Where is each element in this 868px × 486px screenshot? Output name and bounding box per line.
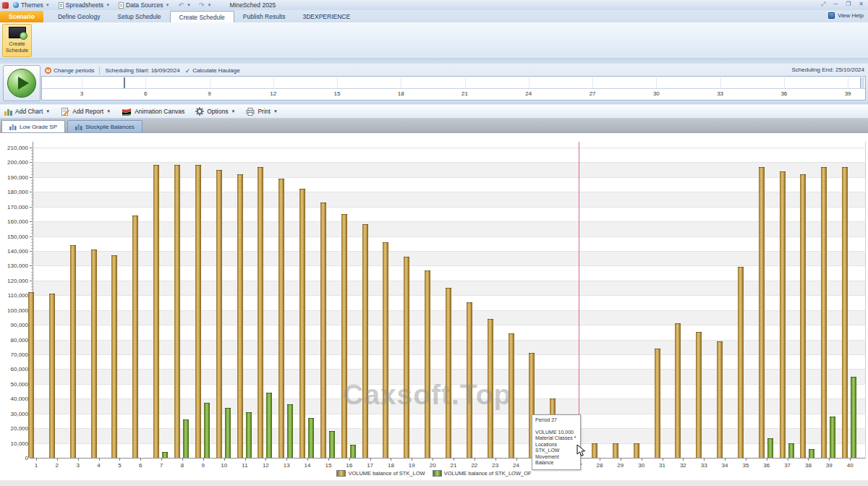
bar-period-7-green[interactable] [162,452,168,458]
y-axis-tick [30,207,33,208]
run-schedule-button[interactable] [3,65,41,101]
bar-period-40-green[interactable] [851,377,856,458]
x-axis-tick [370,458,371,461]
chevron-down-icon: ▼ [106,109,111,114]
bar-period-35-tan[interactable] [738,267,744,458]
bar-period-5-tan[interactable] [111,255,117,458]
themes-menu[interactable]: Themes ▼ [13,1,50,9]
bar-period-3-tan[interactable] [70,245,76,458]
calculate-haulage-checkbox[interactable]: ✓ [185,67,191,74]
bar-period-40-tan[interactable] [842,167,848,458]
y-axis-minor-tick [31,216,33,216]
timeline-gridline [529,77,529,88]
bar-period-28-tan[interactable] [592,443,597,458]
bar-period-9-tan[interactable] [195,165,201,458]
bar-period-19-tan[interactable] [404,257,409,458]
spreadsheets-menu[interactable]: Spreadsheets ▼ [59,1,110,9]
bar-period-32-tan[interactable] [675,323,681,458]
bar-period-39-tan[interactable] [821,167,827,458]
bar-period-39-green[interactable] [830,417,835,458]
bar-period-20-tan[interactable] [425,270,430,458]
bar-period-16-tan[interactable] [341,214,347,458]
bar-period-12-green[interactable] [266,393,272,458]
add-chart-button[interactable]: Add Chart ▼ [4,108,50,116]
bar-period-38-green[interactable] [809,449,814,458]
bar-period-4-tan[interactable] [91,250,97,458]
bar-period-21-tan[interactable] [446,288,451,458]
create-schedule-button[interactable]: Create Schedule [2,24,32,57]
y-axis-minor-tick [31,245,33,246]
options-button[interactable]: Options ▼ [195,107,235,116]
bar-period-37-green[interactable] [788,443,794,458]
x-axis-tick [642,458,642,461]
customize-icon[interactable]: ⤢ [821,1,825,8]
tab-low-grade-sp[interactable]: Low Grade SP [1,120,65,132]
bar-period-36-tan[interactable] [759,167,765,458]
clock-icon [45,67,51,74]
close-icon[interactable]: ✕ [859,1,864,8]
bar-period-1-tan[interactable] [28,292,34,458]
tab-stockpile-balances[interactable]: Stockpile Balances [67,120,142,132]
restore-icon[interactable]: ❐ [846,1,851,8]
y-axis-minor-tick [31,183,33,184]
ribbon-tab-setup-schedule[interactable]: Setup Schedule [109,11,170,22]
options-label: Options [207,108,228,115]
bar-period-36-green[interactable] [767,438,773,458]
x-axis-tick-label: 14 [300,462,315,469]
x-axis-tick [495,458,496,461]
bar-period-15-green[interactable] [329,431,335,458]
bar-period-10-green[interactable] [225,408,231,458]
bar-period-14-green[interactable] [308,418,314,458]
view-help-button[interactable]: View Help [828,12,864,19]
bar-period-14-tan[interactable] [299,189,305,458]
bar-period-11-green[interactable] [246,412,252,458]
bar-period-12-tan[interactable] [258,167,263,458]
bar-period-6-tan[interactable] [132,216,138,458]
bar-period-11-tan[interactable] [237,174,243,458]
bar-period-8-green[interactable] [183,419,189,458]
bar-period-2-tan[interactable] [49,294,55,458]
bar-period-13-green[interactable] [287,404,293,458]
period-timeline[interactable]: 36912151821242730333639 [41,76,866,101]
y-axis-minor-tick [31,242,33,243]
minimize-icon[interactable]: ─ [833,1,838,8]
bar-period-37-tan[interactable] [780,171,786,458]
animation-canvas-button[interactable]: Animation Canvas [122,108,184,116]
y-axis-tick-label: 140,000 [0,248,28,255]
bar-period-15-tan[interactable] [320,202,326,458]
timeline-position-marker[interactable] [124,77,125,88]
x-axis-tick [182,458,183,461]
bar-period-9-green[interactable] [204,403,210,458]
ribbon-tab-publish-results[interactable]: Publish Results [234,11,294,22]
redo-button[interactable]: ↷ ▼ [199,1,213,9]
timeline-gridline [82,77,82,88]
bar-period-38-tan[interactable] [800,174,806,458]
bar-period-17-tan[interactable] [362,224,368,458]
ribbon-tab-scenario[interactable]: Scenario [0,11,43,22]
bar-period-33-tan[interactable] [696,332,702,458]
bar-period-16-green[interactable] [350,445,356,458]
bar-period-30-tan[interactable] [634,443,639,458]
bar-period-31-tan[interactable] [655,349,660,458]
bar-period-7-tan[interactable] [153,165,159,458]
bar-period-10-tan[interactable] [216,170,222,458]
bar-period-8-tan[interactable] [174,165,180,458]
app-icon[interactable] [2,2,9,9]
ribbon-tab-3dexperience[interactable]: 3DEXPERIENCE [294,11,359,22]
bar-period-18-tan[interactable] [383,242,388,458]
bar-period-13-tan[interactable] [278,179,284,458]
x-axis-tick [850,458,851,461]
tooltip-title: Period 27 [535,417,578,424]
ribbon-tab-define-geology[interactable]: Define Geology [49,11,109,22]
add-report-button[interactable]: Add Report ▼ [61,108,111,116]
data-sources-menu[interactable]: Data Sources ▼ [119,1,169,9]
timeline-tick-label: 33 [712,90,729,97]
timeline-scroll-nub[interactable] [860,77,864,88]
bar-period-34-tan[interactable] [717,341,723,458]
print-button[interactable]: Print ▼ [246,108,277,116]
change-periods-button[interactable]: Change periods [45,67,94,74]
y-axis-tick-label: 210,000 [0,145,28,151]
undo-button[interactable]: ↶ ▼ [179,1,192,9]
bar-period-29-tan[interactable] [613,443,618,458]
ribbon-tab-create-schedule[interactable]: Create Schedule [170,11,234,22]
